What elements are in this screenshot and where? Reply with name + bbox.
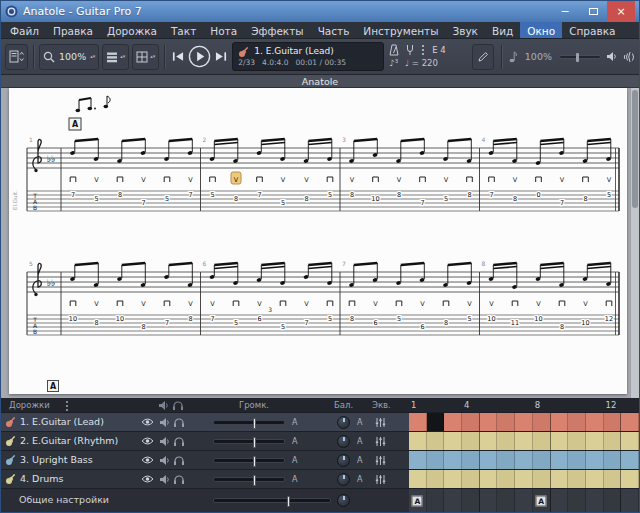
bar-cell[interactable] (409, 432, 427, 450)
bar-cell[interactable] (621, 470, 639, 488)
eq-icon[interactable] (375, 474, 386, 485)
eq-icon[interactable] (375, 417, 386, 428)
bar-cell[interactable] (551, 489, 569, 512)
visibility-eye-icon[interactable] (141, 436, 154, 446)
master-volume-slider[interactable] (559, 55, 601, 59)
bar-cell[interactable] (533, 432, 551, 450)
solo-headphones-icon[interactable] (173, 474, 185, 485)
view-mode-button[interactable] (5, 44, 28, 70)
menu-item-вид[interactable]: Вид (485, 22, 520, 38)
triplet-feel[interactable]: ♪³ (389, 58, 398, 69)
master-settings-row[interactable]: Общие настройки AA (1, 489, 639, 512)
balance-automation[interactable]: A (357, 475, 362, 484)
tracks-menu-icon[interactable] (65, 400, 69, 412)
maximize-button[interactable] (579, 1, 607, 22)
bar-cell[interactable] (497, 489, 515, 512)
grid-view-button[interactable]: ▴▾ (132, 44, 159, 70)
bar-cell[interactable] (586, 489, 604, 512)
automation-marker[interactable]: A (536, 495, 547, 506)
volume-automation[interactable]: A (292, 437, 297, 446)
menu-item-нота[interactable]: Нота (203, 22, 244, 38)
volume-slider[interactable] (213, 477, 285, 482)
visibility-eye-icon[interactable] (141, 417, 154, 427)
eq-icon[interactable] (375, 436, 386, 447)
bar-cell[interactable] (497, 432, 515, 450)
bar-cell[interactable] (604, 489, 622, 512)
scrollbar-thumb[interactable] (632, 90, 638, 208)
bar-cell[interactable] (551, 432, 569, 450)
bar-cell[interactable] (533, 413, 551, 431)
bar-cell[interactable] (444, 432, 462, 450)
bar-cell[interactable] (621, 489, 639, 512)
speaker-icon[interactable] (606, 51, 617, 62)
bar-cell[interactable] (409, 413, 427, 431)
menu-item-окно[interactable]: Окно (520, 22, 562, 38)
volume-slider[interactable] (213, 458, 285, 463)
volume-slider[interactable] (213, 420, 285, 425)
volume-automation[interactable]: A (292, 456, 297, 465)
balance-automation[interactable]: A (357, 418, 362, 427)
bar-cell[interactable] (444, 489, 462, 512)
master-balance-knob[interactable] (337, 494, 350, 507)
bar-cell[interactable] (497, 451, 515, 469)
bar-grid[interactable] (409, 451, 639, 469)
mixer-track-row[interactable]: 1. E.Guitar (Lead) A A (1, 413, 639, 432)
bar-cell[interactable] (551, 470, 569, 488)
bar-cell[interactable] (604, 432, 622, 450)
master-volume-slider[interactable] (213, 498, 331, 503)
menu-item-файл[interactable]: Файл (3, 22, 46, 38)
menu-item-справка[interactable]: Справка (562, 22, 622, 38)
bar-cell[interactable] (444, 470, 462, 488)
mute-speaker-icon[interactable] (159, 436, 170, 447)
track-name[interactable]: 4. Drums (20, 473, 64, 484)
title-bar[interactable]: Anatole - Guitar Pro 7 ─ × (1, 1, 639, 22)
bar-cell[interactable] (551, 451, 569, 469)
bar-cell[interactable] (427, 432, 445, 450)
menu-item-правка[interactable]: Правка (46, 22, 100, 38)
bar-cell[interactable] (444, 451, 462, 469)
bar-cell[interactable] (515, 451, 533, 469)
bar-cell[interactable] (604, 470, 622, 488)
master-bar-grid[interactable]: AA (409, 489, 639, 512)
play-button[interactable] (188, 45, 211, 68)
sound-waves-icon[interactable] (622, 51, 635, 63)
bar-cell[interactable] (444, 413, 462, 431)
mute-speaker-icon[interactable] (159, 455, 170, 466)
section-strip[interactable]: Anatole (1, 75, 639, 88)
bar-cell[interactable] (497, 470, 515, 488)
menu-item-эффекты[interactable]: Эффекты (244, 22, 311, 38)
bar-cell[interactable] (533, 470, 551, 488)
bar-cell[interactable] (586, 413, 604, 431)
menu-item-инструменты[interactable]: Инструменты (356, 22, 445, 38)
balance-knob[interactable] (337, 416, 350, 429)
eq-icon[interactable] (375, 455, 386, 466)
bar-cell[interactable] (427, 489, 445, 512)
bar-cell[interactable] (515, 470, 533, 488)
bar-cell[interactable] (604, 413, 622, 431)
metronome-icon[interactable] (389, 44, 399, 56)
more-options-icon[interactable] (421, 44, 425, 56)
close-button[interactable]: × (607, 1, 635, 22)
mute-speaker-icon[interactable] (159, 474, 170, 485)
bar-cell[interactable] (515, 489, 533, 512)
bar-cell[interactable] (480, 432, 498, 450)
solo-headphones-icon[interactable] (173, 455, 185, 466)
bar-cell[interactable] (462, 451, 480, 469)
bar-cell[interactable] (480, 413, 498, 431)
section-marker-bottom[interactable]: A (47, 380, 59, 392)
bar-cell[interactable] (621, 432, 639, 450)
bar-cell[interactable] (551, 413, 569, 431)
score-scrollbar[interactable] (630, 88, 639, 398)
balance-knob[interactable] (337, 454, 350, 467)
bar-cell[interactable] (462, 489, 480, 512)
bar-cell[interactable] (515, 413, 533, 431)
previous-bar-button[interactable] (172, 51, 184, 62)
menu-item-звук[interactable]: Звук (445, 22, 484, 38)
tempo-display[interactable]: ♩ = 220 (405, 58, 438, 69)
automation-marker[interactable]: A (412, 495, 423, 506)
bar-cell[interactable] (586, 451, 604, 469)
track-name[interactable]: 2. E.Guitar (Rhythm) (20, 435, 118, 446)
multitrack-view-button[interactable]: ▴▾ (102, 44, 129, 70)
bar-cell[interactable] (427, 413, 445, 431)
track-name[interactable]: 1. E.Guitar (Lead) (20, 416, 104, 427)
